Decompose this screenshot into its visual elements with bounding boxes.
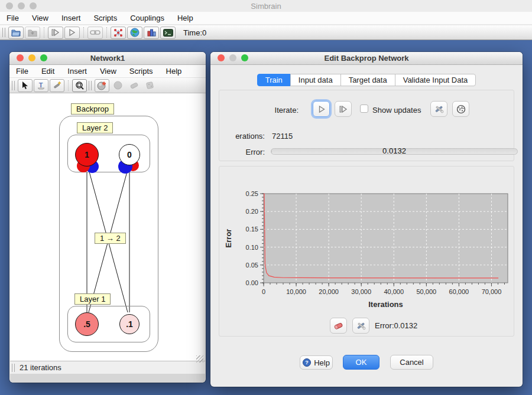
svg-text:T: T [39,81,43,89]
network-icon [113,28,123,37]
magnifier-icon [75,81,85,90]
couple-attributes-button[interactable] [87,27,103,39]
network-canvas[interactable]: Backprop Layer 2 1 → 2 Layer 1 1 0 .5 .1 [10,93,205,361]
menu-view[interactable]: View [25,12,55,25]
resize-grip[interactable] [196,355,203,363]
error-label: Error: [222,148,265,156]
menu-file[interactable]: File [9,65,35,78]
menu-help[interactable]: Help [171,12,200,25]
iterations-status: 21 iterations [20,363,61,372]
dialog-tabs: Train Input data Target data Validate In… [210,74,523,86]
zoom-fit-button[interactable] [72,79,87,92]
dialog-titlebar[interactable]: Edit Backprop Network [210,52,523,65]
tab-target-data[interactable]: Target data [340,74,395,86]
toolbar-grip[interactable] [89,81,92,90]
weight-group-label[interactable]: 1 → 2 [95,233,126,244]
console-icon [163,29,173,37]
new-world-button[interactable] [127,27,142,39]
save-folder-icon [28,29,37,37]
eraser-icon [129,81,139,90]
chain-link-icon [90,30,100,35]
menu-couplings[interactable]: Couplings [124,12,171,25]
new-network-button[interactable] [111,27,126,39]
delete-neuron-button[interactable] [111,79,125,92]
horizontal-scroll-area[interactable] [10,374,205,383]
input-neuron-2[interactable]: .1 [119,314,140,334]
output-neuron-1[interactable]: 1 [75,143,99,167]
svg-text:0.05: 0.05 [246,262,258,269]
clear-graph-button[interactable] [330,318,347,334]
network-titlebar[interactable]: Network1 [9,52,206,65]
chart-error-readout: Error:0.0132 [375,321,417,330]
menu-help[interactable]: Help [160,65,189,78]
wand-icon [53,81,61,90]
eraser-tool-button[interactable] [126,79,141,92]
new-chart-button[interactable] [144,27,159,39]
iterations-label: erations: [222,132,265,141]
svg-text:0: 0 [262,288,265,295]
add-neuron-button[interactable] [95,79,109,92]
output-neuron-2[interactable]: 0 [119,144,140,165]
input-neuron-1[interactable]: .5 [75,312,99,336]
open-workspace-button[interactable] [8,27,24,39]
toolbar-grip[interactable] [12,81,15,90]
svg-text:0.20: 0.20 [246,208,258,215]
tab-train[interactable]: Train [257,74,291,86]
svg-text:20,000: 20,000 [319,288,339,295]
new-console-button[interactable] [160,27,176,39]
randomizer-dice-button[interactable] [142,79,157,92]
chart-properties-button[interactable] [352,318,369,334]
selection-tool-button[interactable] [18,79,33,92]
help-button-label: Help [314,358,330,367]
text-tool-button[interactable]: T [34,79,48,92]
app-toolbar: Time:0 [0,25,532,40]
randomize-button[interactable] [452,101,469,117]
toolbar-separator [68,80,69,91]
network-window-title: Network1 [9,54,206,63]
backprop-group-label[interactable]: Backprop [71,103,114,115]
toolbar-grip[interactable] [2,28,5,37]
tools-icon [356,321,366,330]
svg-text:70,000: 70,000 [482,288,502,295]
wand-tool-button[interactable] [50,79,64,92]
menu-view[interactable]: View [93,65,123,78]
tab-input-data[interactable]: Input data [290,74,341,86]
statusbar-grip [12,364,15,372]
layer1-label[interactable]: Layer 1 [74,293,111,305]
layer2-label[interactable]: Layer 2 [77,122,113,133]
iterate-once-button[interactable] [48,27,63,39]
menu-insert[interactable]: Insert [55,12,87,25]
menu-edit[interactable]: Edit [35,65,61,78]
help-button[interactable]: ? Help [300,355,333,370]
help-icon: ? [303,358,311,367]
menu-scripts[interactable]: Scripts [123,65,160,78]
svg-text:Iterations: Iterations [368,300,403,309]
step-forward-icon [51,28,60,37]
menu-scripts[interactable]: Scripts [87,12,124,25]
ok-button[interactable]: OK [343,355,379,370]
app-title: Simbrain [0,2,532,11]
menu-file[interactable]: File [0,12,25,25]
text-tool-icon: T [37,81,46,90]
tab-validate-input-data[interactable]: Validate Input Data [395,74,476,86]
network-window: Network1 File Edit Insert View Scripts H… [9,52,206,383]
training-properties-button[interactable] [430,101,447,117]
save-workspace-button[interactable] [25,27,40,39]
menu-insert[interactable]: Insert [61,65,93,78]
eraser-icon [333,322,343,330]
play-button[interactable] [313,101,330,117]
app-titlebar[interactable]: Simbrain [0,0,532,12]
error-chart: 010,00020,00030,00040,00050,00060,00070,… [223,178,511,311]
edit-backprop-dialog: Edit Backprop Network Train Input data T… [210,52,523,387]
tools-icon [434,105,444,113]
step-button[interactable] [335,101,352,117]
run-workspace-button[interactable] [64,27,80,39]
iterations-value: 72115 [272,132,293,141]
show-updates-checkbox[interactable] [360,105,368,113]
globe-icon [130,28,140,37]
cursor-arrow-icon [21,81,29,90]
svg-text:0.10: 0.10 [246,244,258,251]
network-toolbar: T [9,78,206,93]
cancel-button[interactable]: Cancel [390,355,433,370]
dice-ball-icon [456,105,466,114]
